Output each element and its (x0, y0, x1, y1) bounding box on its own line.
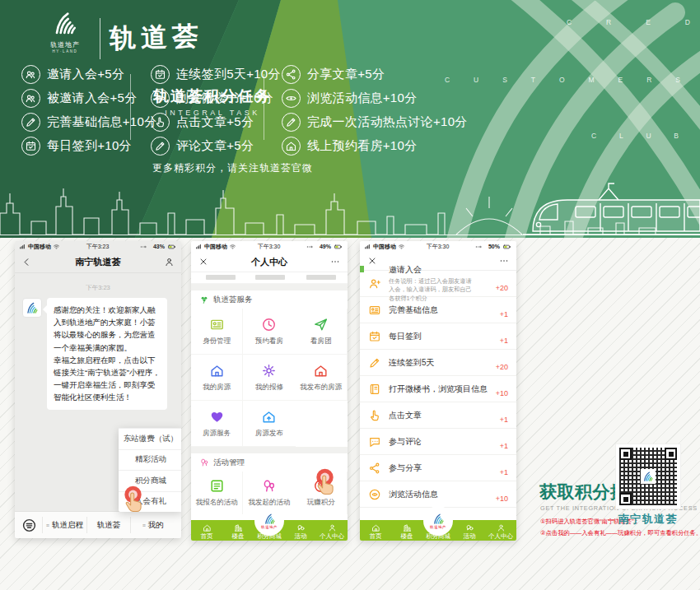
clock-label: 下午3:30 (427, 243, 450, 251)
task-row-icon (368, 435, 381, 448)
task-row-icon (368, 383, 381, 396)
carrier-label: 中国移动 (204, 243, 227, 251)
bottom-menu-item[interactable]: 轨道荟 (86, 517, 131, 533)
close-icon[interactable] (198, 257, 208, 267)
task-row-title: 连续签到5天 (389, 357, 488, 369)
app-grid-label: 我发布的房源 (300, 383, 342, 393)
banner-task-item: 每日签到+10分 (21, 134, 156, 158)
app-grid-item[interactable]: 我的报修 (243, 355, 295, 401)
app-grid-item[interactable]: 我报名的活动 (191, 472, 243, 514)
task-icon (151, 65, 170, 84)
status-bar: 中国移动 下午3:23 43% (15, 241, 181, 252)
more-icon[interactable] (499, 256, 509, 266)
tabbar-item[interactable]: 楼盘 (391, 520, 422, 541)
task-row-icon (368, 488, 381, 501)
task-text: 每日签到+10分 (47, 138, 132, 154)
app-grid-icon (261, 363, 277, 379)
tabbar-item[interactable]: 首页 (191, 520, 222, 541)
more-icon[interactable] (330, 257, 340, 267)
tabbar-item[interactable]: 个人中心 (485, 520, 516, 541)
watermark-letters: CRED (567, 18, 690, 26)
bottom-menu-item[interactable]: ≡ 轨道启程 (42, 517, 86, 533)
task-row[interactable]: 打开微楼书，浏览项目信息 +10 (360, 376, 516, 402)
tabbar-item[interactable]: 轨道地产 积分商城 (422, 520, 454, 541)
touch-pointer-icon (119, 482, 149, 517)
battery-label: 43% (153, 244, 165, 249)
close-icon[interactable] (367, 256, 377, 266)
banner: CRED CUSTOMERS CLUB 轨道地产 HY·LAND 轨道荟 轨道荟… (0, 0, 700, 238)
brand-name: 轨道地产 (38, 40, 92, 49)
task-icon (21, 89, 40, 108)
task-row-icon (368, 304, 381, 317)
bottom-menu-label: 轨道荟 (97, 520, 121, 531)
task-row[interactable]: 参与分享 +1 (360, 455, 516, 481)
task-row-icon (368, 277, 381, 290)
popup-menu-item[interactable]: 精彩活动 (119, 449, 181, 471)
task-text: 浏览微楼书+10分 (176, 91, 273, 106)
back-icon[interactable] (21, 257, 32, 267)
tabbar-label: 楼盘 (401, 533, 413, 540)
app-grid-icon (261, 317, 277, 332)
task-row[interactable]: 邀请入会 任务说明：通过已入会朋友邀请入会，输入邀请码，朋友和自己各获得1个积分… (360, 271, 516, 297)
banner-task-item: 邀请入会+5分 (21, 63, 156, 86)
task-row[interactable]: 每日签到 +1 (360, 323, 516, 350)
task-points-badge: +20 (496, 363, 508, 371)
banner-task-item: 浏览活动信息+10分 (282, 86, 468, 110)
task-points-badge: +10 (496, 495, 508, 503)
task-icon (151, 113, 170, 132)
tabbar-item[interactable]: 活动 (454, 520, 485, 541)
task-row-title: 浏览活动信息 (389, 489, 488, 500)
tabbar-item[interactable]: 活动 (285, 520, 316, 541)
task-row-icon (368, 356, 381, 369)
section-title: 活动管理 (213, 458, 245, 468)
tabbar-icon (328, 523, 337, 532)
avatar[interactable] (22, 298, 42, 318)
brand-logo-icon (262, 513, 278, 525)
task-row[interactable]: 浏览活动信息 +10 (360, 481, 516, 508)
carrier-label: 中国移动 (28, 243, 51, 251)
tabbar-icon (371, 523, 380, 532)
app-grid-item[interactable]: 身份管理 (191, 309, 243, 355)
banner-task-item: 完成一次活动热点讨论+10分 (282, 110, 468, 134)
app-grid-label: 预约看房 (255, 337, 283, 346)
tabbar-item[interactable]: 楼盘 (222, 520, 254, 541)
task-row-title: 点击文章 (389, 410, 492, 421)
task-icon (21, 65, 40, 84)
popup-menu-item[interactable]: 东站缴费（试） (119, 428, 181, 449)
task-row[interactable]: 参与评论 +1 (360, 429, 516, 455)
tabbar-item[interactable]: 个人中心 (316, 520, 348, 541)
task-row-description: 任务说明：通过已入会朋友邀请入会，输入邀请码，朋友和自己各获得1个积分 (389, 277, 474, 303)
page-title: 个人中心 (191, 256, 348, 268)
tabbar-item[interactable]: 轨道地产 积分商城 (254, 520, 285, 541)
tabbar-item[interactable]: 首页 (360, 520, 391, 541)
task-icon (151, 89, 170, 108)
tabbar-label: 个人中心 (488, 533, 513, 540)
app-grid-item[interactable]: 我发布的房源 (296, 355, 348, 401)
status-misc-icons (301, 244, 318, 250)
keyboard-toggle-icon[interactable] (21, 518, 37, 533)
tabbar-icon (234, 523, 243, 532)
app-grid-item[interactable]: 房源服务 (191, 401, 243, 447)
app-grid-item[interactable]: 预约看房 (243, 309, 295, 355)
tabbar-icon (497, 523, 506, 532)
task-row-title: 邀请入会 (389, 264, 488, 276)
phone-screenshot-task-list: 中国移动 下午3:30 50% 邀请入会 任务说明：通过已入会朋友邀请入会，输入… (360, 241, 516, 541)
task-icon (21, 137, 40, 156)
app-grid-label: 我的房源 (203, 383, 231, 393)
tabbar-label: 首页 (201, 533, 213, 540)
battery-icon (333, 243, 343, 251)
app-grid-item[interactable]: 我的房源 (191, 355, 243, 401)
tabbar-label: 活动 (295, 533, 307, 540)
brand-subname: HY·LAND (38, 49, 92, 53)
app-tabbar: 首页 楼盘 轨道地产 积分商城 (360, 520, 516, 541)
phone-screenshot-wechat-chat: 中国移动 下午3:23 43% 南宁轨道荟 下午3:23 感谢您的关注！欢迎新家… (15, 241, 181, 538)
bottom-menu-item[interactable]: ≡ 我的 (130, 517, 175, 533)
task-row[interactable]: 点击文章 +1 (360, 402, 516, 429)
task-row[interactable]: 连续签到5天 +20 (360, 350, 516, 376)
app-grid-item[interactable]: 房源发布 (243, 401, 295, 447)
app-grid-item[interactable]: 看房团 (296, 309, 348, 355)
contact-icon[interactable] (164, 257, 175, 267)
status-bar: 中国移动 下午3:30 49% (191, 241, 348, 252)
banner-task-item: 线上预约看房+10分 (282, 134, 468, 158)
task-text: 点击文章+5分 (176, 114, 254, 130)
